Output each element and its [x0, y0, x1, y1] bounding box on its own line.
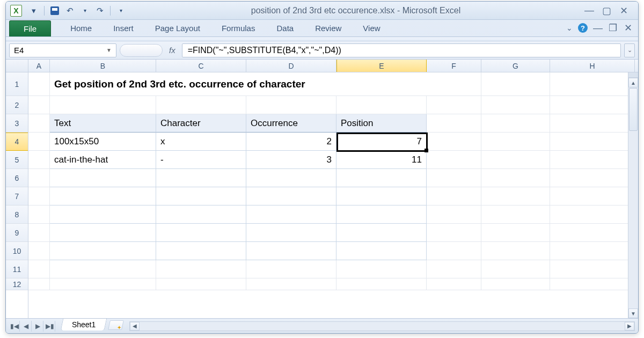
cell[interactable] [550, 242, 635, 260]
row-header-4[interactable]: 4 [6, 133, 28, 151]
cell[interactable] [28, 114, 50, 133]
cell[interactable] [336, 169, 427, 187]
col-header-B[interactable]: B [50, 60, 156, 72]
cell[interactable] [28, 151, 50, 169]
row-header-11[interactable]: 11 [6, 260, 28, 278]
col-header-G[interactable]: G [481, 60, 550, 72]
workbook-close-icon[interactable]: ✕ [623, 22, 633, 34]
cell[interactable] [427, 224, 481, 242]
cells-area[interactable]: Get position of 2nd 3rd etc. occurrence … [28, 72, 638, 318]
cell[interactable] [427, 169, 481, 187]
cell[interactable] [50, 96, 156, 114]
cell[interactable] [481, 278, 550, 290]
cell[interactable] [550, 151, 635, 169]
cell[interactable] [246, 242, 336, 260]
cell-text[interactable]: 100x15x50 [50, 133, 156, 151]
cell[interactable] [50, 205, 156, 224]
cell[interactable] [246, 169, 336, 187]
row-header-7[interactable]: 7 [6, 187, 28, 205]
vertical-scrollbar[interactable]: ▲ ▼ [628, 72, 638, 318]
cell[interactable] [28, 278, 50, 290]
cell-char[interactable]: x [156, 133, 246, 151]
cell[interactable] [28, 187, 50, 205]
table-header-occ[interactable]: Occurrence [246, 114, 336, 133]
cell[interactable] [336, 260, 427, 278]
workbook-minimize-icon[interactable]: ― [593, 23, 603, 34]
cell[interactable] [246, 278, 336, 290]
cell[interactable] [246, 224, 336, 242]
cell[interactable] [50, 260, 156, 278]
cell[interactable] [481, 224, 550, 242]
workbook-restore-icon[interactable]: ❐ [608, 22, 618, 34]
cell[interactable] [156, 96, 246, 114]
cell[interactable] [481, 187, 550, 205]
excel-logo[interactable]: X [10, 5, 22, 17]
ribbon-minimize-icon[interactable]: ⌄ [566, 24, 573, 32]
cell[interactable] [427, 96, 481, 114]
sheet-nav-next-icon[interactable]: ▶ [33, 321, 43, 332]
col-header-D[interactable]: D [246, 60, 336, 72]
cell[interactable] [336, 187, 427, 205]
cell[interactable] [550, 260, 635, 278]
save-button[interactable] [48, 4, 61, 17]
cell[interactable] [427, 242, 481, 260]
row-header-6[interactable]: 6 [6, 169, 28, 187]
col-header-E[interactable]: E [336, 60, 427, 72]
scroll-right-icon[interactable]: ▶ [625, 322, 634, 330]
cell[interactable] [550, 114, 635, 133]
cell[interactable] [427, 187, 481, 205]
heading-cell[interactable]: Get position of 2nd 3rd etc. occurrence … [50, 72, 427, 96]
name-box-dropdown-icon[interactable]: ▼ [106, 47, 112, 53]
cell[interactable] [28, 224, 50, 242]
cell[interactable] [50, 242, 156, 260]
cell[interactable] [550, 133, 635, 151]
select-all-corner[interactable] [6, 60, 28, 72]
cell[interactable] [481, 242, 550, 260]
horizontal-scrollbar[interactable]: ◀ ▶ [129, 321, 635, 331]
cell[interactable] [156, 278, 246, 290]
tab-insert[interactable]: Insert [103, 20, 144, 36]
scroll-thumb[interactable] [629, 88, 638, 131]
cell[interactable] [481, 133, 550, 151]
cell[interactable] [156, 169, 246, 187]
cell[interactable] [28, 96, 50, 114]
row-header-9[interactable]: 9 [6, 224, 28, 242]
qat-dropdown-icon[interactable]: ▾ [27, 4, 40, 17]
close-icon[interactable]: ✕ [619, 5, 628, 17]
cell[interactable] [156, 260, 246, 278]
redo-button[interactable]: ↷ [93, 4, 106, 17]
cell[interactable] [427, 278, 481, 290]
qat-more-icon[interactable]: ▾ [114, 4, 127, 17]
sheet-nav-first-icon[interactable]: ▮◀ [9, 321, 20, 332]
cell[interactable] [156, 242, 246, 260]
cell[interactable] [481, 114, 550, 133]
cell[interactable] [28, 242, 50, 260]
cell[interactable] [481, 151, 550, 169]
cell-text[interactable]: cat-in-the-hat [50, 151, 156, 169]
row-header-8[interactable]: 8 [6, 205, 28, 224]
cell[interactable] [336, 224, 427, 242]
row-header-3[interactable]: 3 [6, 114, 28, 133]
cell[interactable] [50, 278, 156, 290]
cell[interactable] [28, 169, 50, 187]
maximize-icon[interactable]: ▢ [602, 5, 611, 17]
cell[interactable] [427, 133, 481, 151]
table-header-pos[interactable]: Position [336, 114, 427, 133]
row-header-5[interactable]: 5 [6, 151, 28, 169]
new-sheet-button[interactable] [108, 320, 124, 330]
cell[interactable] [156, 187, 246, 205]
col-header-H[interactable]: H [550, 60, 635, 72]
col-header-C[interactable]: C [156, 60, 246, 72]
cell[interactable] [336, 278, 427, 290]
cell[interactable] [427, 260, 481, 278]
cell-pos[interactable]: 11 [336, 151, 427, 169]
row-header-10[interactable]: 10 [6, 242, 28, 260]
cell-occ[interactable]: 2 [246, 133, 336, 151]
cell[interactable] [550, 205, 635, 224]
cell[interactable] [246, 260, 336, 278]
cell[interactable] [427, 205, 481, 224]
fx-icon[interactable]: fx [166, 46, 179, 55]
cell[interactable] [50, 169, 156, 187]
tab-review[interactable]: Review [304, 20, 352, 36]
split-handle[interactable] [628, 72, 638, 78]
